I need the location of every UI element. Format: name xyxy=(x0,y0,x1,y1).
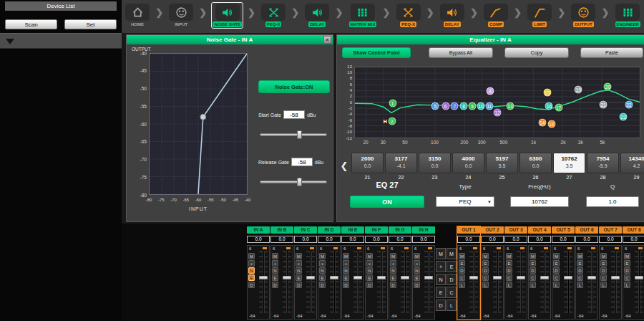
channel-label[interactable]: OUT 4 xyxy=(528,226,551,234)
channel-gain-value[interactable]: 0.0 xyxy=(599,236,622,243)
show-control-point-button[interactable]: Show Control Point xyxy=(342,47,411,58)
channel-btn-d[interactable]: D xyxy=(248,282,255,288)
channel-btn-e[interactable]: E xyxy=(272,274,278,281)
channel-gain-value[interactable]: 0.0 xyxy=(481,236,504,243)
channel-btn-m[interactable]: M xyxy=(482,253,489,259)
fader-handle[interactable] xyxy=(611,276,620,279)
channel-gain-value[interactable]: 0.0 xyxy=(528,236,551,243)
channel-label[interactable]: IN A xyxy=(247,226,270,234)
channel-btn-m[interactable]: M xyxy=(600,253,607,259)
fader-handle[interactable] xyxy=(564,276,572,279)
channel-btn-m[interactable]: M xyxy=(248,253,255,259)
channel-gain-value[interactable]: 0.0 xyxy=(623,236,644,243)
channel-gain-value[interactable]: 0.0 xyxy=(552,236,575,243)
channel-btn-d[interactable]: D xyxy=(390,282,396,288)
channel-btn-d[interactable]: D xyxy=(459,267,465,274)
channel-btn-d[interactable]: D xyxy=(624,267,630,274)
toolbar-item-input-1[interactable]: INPUT xyxy=(167,2,195,29)
channel-btn-l[interactable]: L xyxy=(482,282,489,288)
channel-btn-m[interactable]: M xyxy=(296,253,302,259)
channel-btn-e[interactable]: E xyxy=(414,274,420,281)
channel-btn-d[interactable]: D xyxy=(296,282,302,288)
eq-point-1[interactable]: 1 xyxy=(389,100,396,107)
channel-label[interactable]: IN C xyxy=(294,226,317,234)
channel-btn-m[interactable]: M xyxy=(343,253,349,259)
channel-btn-m[interactable]: M xyxy=(366,253,373,259)
eq-on-button[interactable]: ON xyxy=(350,196,424,208)
fader-handle[interactable] xyxy=(493,276,502,279)
fader-track[interactable] xyxy=(377,251,386,313)
channel-btn-e[interactable]: E xyxy=(577,260,583,267)
bypass-all-button[interactable]: Bypass All xyxy=(429,47,493,58)
fader-handle[interactable] xyxy=(469,276,478,279)
link-btn-m[interactable]: M xyxy=(447,248,457,259)
release-gate-value[interactable]: -58 xyxy=(291,158,313,166)
channel-btn-l[interactable]: L xyxy=(530,282,536,288)
channel-gain-value[interactable]: 0.0 xyxy=(575,236,598,243)
fader-track[interactable] xyxy=(283,251,291,313)
freq-field[interactable]: 10762 xyxy=(510,196,569,207)
channel-gain-value[interactable]: 0.0 xyxy=(294,236,317,243)
scroll-left-icon[interactable]: ❮ xyxy=(338,155,350,177)
fader-track[interactable] xyxy=(306,251,315,313)
channel-btn-n[interactable]: N xyxy=(248,267,255,274)
eq-band-box-29[interactable]: 143404.2 xyxy=(620,153,644,173)
eq-point-13[interactable]: 13 xyxy=(506,102,514,110)
noise-gate-toggle-button[interactable]: Noise Gate:ON xyxy=(258,80,330,93)
channel-btn-d[interactable]: D xyxy=(366,282,373,288)
toolbar-item-limit-9[interactable]: LIMIT xyxy=(526,2,553,29)
eq-point-5[interactable]: 5 xyxy=(431,102,439,110)
channel-label[interactable]: OUT 1 xyxy=(457,226,480,234)
eq-point-10[interactable]: 10 xyxy=(477,102,484,110)
fader-handle[interactable] xyxy=(635,276,643,279)
link-btn-l[interactable]: L xyxy=(447,300,457,311)
channel-btn-d[interactable]: D xyxy=(272,282,278,288)
channel-btn-l[interactable]: L xyxy=(553,282,560,288)
eq-point-11[interactable]: 11 xyxy=(485,102,493,110)
channel-btn-d[interactable]: D xyxy=(506,267,512,274)
fader-track[interactable] xyxy=(635,251,643,313)
channel-btn-l[interactable]: L xyxy=(624,282,630,288)
fader-handle[interactable] xyxy=(259,276,268,279)
gate-plot[interactable] xyxy=(149,53,248,195)
eq-band-box-23[interactable]: 31500.0 xyxy=(419,153,451,173)
channel-btn-e[interactable]: E xyxy=(343,274,349,281)
eq-point-9[interactable]: 9 xyxy=(468,102,476,110)
fader-track[interactable] xyxy=(353,251,362,313)
channel-btn-l[interactable]: L xyxy=(600,282,607,288)
toolbar-item-noise-gate-2[interactable]: NOISE GATE xyxy=(211,2,243,29)
channel-btn-l[interactable]: L xyxy=(506,282,512,288)
type-dropdown[interactable]: PEQ ▼ xyxy=(436,196,494,207)
channel-btn-n[interactable]: N xyxy=(366,267,373,274)
channel-label[interactable]: IN F xyxy=(365,226,388,234)
link-btn-c[interactable]: C xyxy=(447,287,457,298)
toolbar-item-delay-4[interactable]: DELAY xyxy=(303,2,331,29)
fader-track[interactable] xyxy=(469,251,478,313)
channel-btn-e[interactable]: E xyxy=(459,260,465,267)
channel-btn-plus[interactable]: + xyxy=(343,260,349,267)
channel-label[interactable]: IN D xyxy=(318,226,341,234)
channel-btn-m[interactable]: M xyxy=(553,253,560,259)
channel-btn-n[interactable]: N xyxy=(343,267,349,274)
channel-gain-value[interactable]: 0.0 xyxy=(270,236,293,243)
device-tree-header[interactable] xyxy=(0,33,122,49)
channel-btn-m[interactable]: M xyxy=(506,253,512,259)
fader-track[interactable] xyxy=(259,251,268,313)
channel-label[interactable]: IN H xyxy=(412,226,435,234)
fader-track[interactable] xyxy=(587,251,596,313)
channel-btn-n[interactable]: N xyxy=(296,267,302,274)
eq-band-box-21[interactable]: 20000.0 xyxy=(351,153,384,173)
channel-btn-d[interactable]: D xyxy=(482,267,489,274)
fader-handle[interactable] xyxy=(517,276,525,279)
slider-track[interactable] xyxy=(260,181,327,183)
channel-btn-e[interactable]: E xyxy=(530,260,536,267)
link-btn-n[interactable]: N xyxy=(436,274,446,285)
eq-point-8[interactable]: 8 xyxy=(460,102,468,110)
channel-btn-m[interactable]: M xyxy=(624,253,630,259)
channel-gain-value[interactable]: 0.0 xyxy=(341,236,364,243)
eq-point-6[interactable]: 6 xyxy=(441,102,449,110)
fader-handle[interactable] xyxy=(283,276,291,279)
channel-btn-c[interactable]: C xyxy=(600,274,607,281)
channel-gain-value[interactable]: 0.0 xyxy=(412,236,435,243)
channel-btn-d[interactable]: D xyxy=(319,282,326,288)
